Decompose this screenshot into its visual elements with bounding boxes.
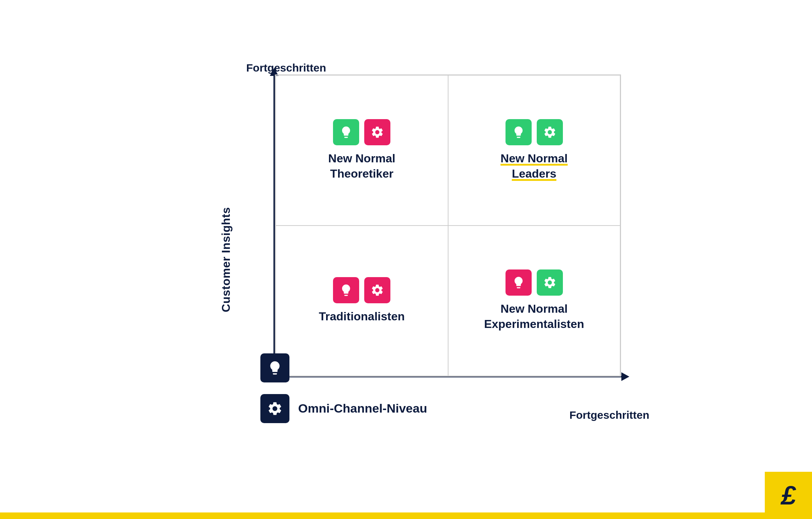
legend-label: Omni-Channel-Niveau — [298, 401, 427, 415]
icon-bulb-pink-br — [506, 269, 532, 296]
bulb-icon — [339, 125, 353, 139]
icon-gear-green-tr — [537, 119, 563, 145]
bulb-icon — [512, 125, 525, 139]
quadrant-bottom-right-icons — [506, 269, 563, 296]
bottom-bar — [0, 512, 765, 519]
quadrant-top-right-title: New NormalLeaders — [500, 151, 568, 181]
axes-container: New NormalTheoretiker — [224, 74, 624, 438]
brand-letter: £ — [781, 481, 796, 510]
bulb-icon-corner — [267, 360, 283, 376]
icon-gear-pink-bl — [364, 277, 390, 303]
quadrant-bottom-left: Traditionalisten — [276, 226, 448, 376]
page-container: Customer Insights Fortgeschritten Fortge… — [0, 0, 812, 519]
quadrant-top-right-icons — [506, 119, 563, 145]
y-top-label: Fortgeschritten — [246, 62, 326, 74]
quadrant-top-right: New NormalLeaders — [448, 75, 621, 226]
gear-icon — [370, 283, 384, 297]
icon-bulb-green-tl — [333, 119, 359, 145]
chart-area: Customer Insights Fortgeschritten Fortge… — [152, 42, 660, 478]
quadrant-bottom-left-title: Traditionalisten — [319, 309, 405, 324]
gear-icon — [543, 125, 557, 139]
quadrant-bottom-right-title: New NormalExperimentalisten — [484, 301, 584, 332]
corner-bulb-icon — [260, 353, 289, 382]
gear-icon — [370, 125, 384, 139]
icon-gear-pink-tl — [364, 119, 390, 145]
quadrant-top-left: New NormalTheoretiker — [276, 75, 448, 226]
quadrant-top-left-title: New NormalTheoretiker — [328, 151, 395, 181]
icon-bulb-green-tr — [506, 119, 532, 145]
quadrant-bottom-left-icons — [333, 277, 390, 303]
legend-icon-box — [260, 394, 289, 423]
legend-area: Omni-Channel-Niveau — [260, 401, 427, 416]
quadrant-top-left-icons — [333, 119, 390, 145]
bulb-icon — [339, 283, 353, 297]
gear-icon-legend — [267, 401, 283, 417]
quadrant-bottom-right: New NormalExperimentalisten — [448, 226, 621, 376]
brand-badge: £ — [765, 472, 812, 519]
bulb-icon — [512, 276, 525, 289]
matrix-grid: New NormalTheoretiker — [275, 74, 621, 377]
icon-bulb-pink-bl — [333, 277, 359, 303]
icon-gear-green-br — [537, 269, 563, 296]
gear-icon — [543, 276, 557, 289]
